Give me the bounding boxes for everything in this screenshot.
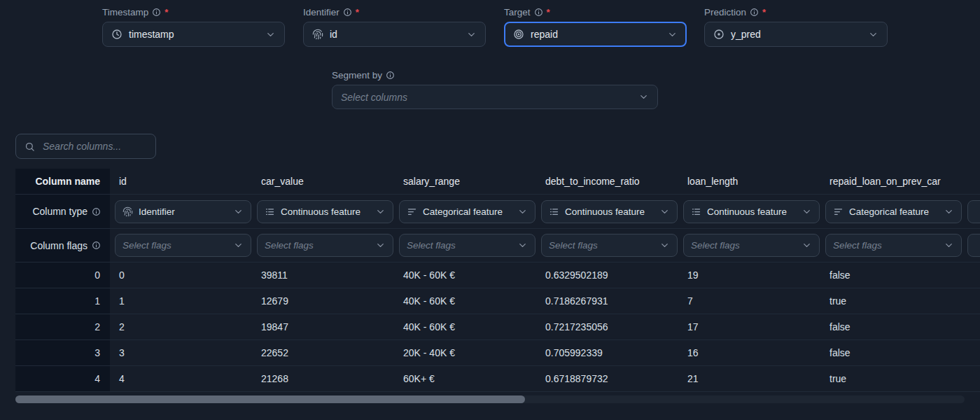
horizontal-scrollbar-thumb[interactable]	[15, 396, 525, 403]
identifier-select-value: id	[330, 29, 337, 40]
field-label: Target *	[504, 6, 687, 18]
column-header: repaid_loan_on_prev_car	[820, 169, 962, 195]
table-cell: false	[820, 340, 962, 366]
field-label: Prediction *	[704, 6, 888, 18]
info-icon[interactable]	[152, 8, 161, 17]
column-type-select[interactable]: Continuous feature	[257, 200, 393, 223]
prediction-icon	[713, 29, 724, 40]
field-label: Segment by	[332, 69, 658, 81]
column-flags-select[interactable]: Select flags	[541, 234, 678, 257]
column-type-select[interactable]: Identifier	[115, 200, 251, 223]
table-cell: 0.705992339	[536, 340, 678, 366]
field-label: Identifier *	[303, 6, 486, 18]
clock-icon	[111, 29, 122, 40]
table-cell: 16	[678, 340, 820, 366]
info-icon[interactable]	[343, 8, 352, 17]
table-cell: 40K - 60K €	[394, 262, 536, 288]
column-header: car_value	[252, 169, 394, 195]
table-cell: 0	[110, 262, 252, 288]
timestamp-select[interactable]: timestamp	[102, 22, 285, 47]
category-icon	[407, 206, 417, 217]
list-icon	[691, 206, 701, 217]
list-icon	[265, 206, 275, 217]
table-cell: 21268	[252, 366, 394, 392]
search-columns-box	[15, 134, 156, 159]
table-cell-partial	[962, 314, 980, 340]
prediction-select[interactable]: y_pred	[704, 22, 888, 47]
column-flags-select[interactable]: Select flags	[683, 234, 820, 257]
row-index: 0	[15, 262, 110, 288]
table-cell: true	[820, 366, 962, 392]
column-type-select[interactable]: Categorical feature	[825, 200, 962, 223]
mapping-field-timestamp: Timestamp * timestamp	[102, 6, 285, 47]
info-icon[interactable]	[92, 207, 101, 216]
table-cell: 40K - 60K €	[394, 288, 536, 314]
table-cell-partial	[962, 288, 980, 314]
required-marker: *	[547, 7, 550, 18]
info-icon[interactable]	[750, 8, 759, 17]
column-flags-select[interactable]: Select flags	[257, 234, 393, 257]
column-type-select-partial[interactable]	[967, 200, 980, 223]
segment-by-field: Segment by Select columns	[332, 69, 658, 109]
column-flags-select[interactable]: Select flags	[825, 234, 962, 257]
chevron-down-icon	[517, 240, 528, 251]
info-icon[interactable]	[534, 8, 543, 17]
mapping-field-target: Target * repaid	[504, 6, 687, 47]
table-cell: true	[820, 288, 962, 314]
timestamp-select-value: timestamp	[129, 29, 174, 40]
segment-by-select[interactable]: Select columns	[332, 85, 658, 109]
info-icon[interactable]	[386, 71, 395, 80]
table-cell-partial	[962, 366, 980, 392]
column-header: loan_length	[678, 169, 820, 195]
table-cell-partial	[962, 262, 980, 288]
table-cell: 0.6329502189	[536, 262, 678, 288]
chevron-down-icon	[944, 240, 954, 251]
column-type-select[interactable]: Continuous feature	[683, 200, 820, 223]
fingerprint-icon	[312, 29, 323, 40]
target-select[interactable]: repaid	[504, 22, 687, 47]
column-flags-row-label: Column flags	[15, 229, 110, 262]
table-cell-partial	[962, 340, 980, 366]
mapping-field-prediction: Prediction * y_pred	[704, 6, 888, 47]
table-cell: false	[820, 314, 962, 340]
field-label-text: Target	[504, 7, 531, 18]
horizontal-scrollbar-track[interactable]	[15, 396, 965, 403]
chevron-down-icon	[375, 240, 386, 251]
table-cell: 4	[110, 366, 252, 392]
table-cell: 0.6718879732	[536, 366, 678, 392]
required-marker: *	[762, 7, 766, 18]
field-label-text: Identifier	[303, 7, 340, 18]
table-cell: 0.7217235056	[536, 314, 678, 340]
table-cell: false	[820, 262, 962, 288]
table-cell: 17	[678, 314, 820, 340]
column-flags-select[interactable]: Select flags	[115, 234, 251, 257]
segment-by-placeholder: Select columns	[341, 92, 407, 103]
table-cell: 21	[678, 366, 820, 392]
field-label-text: Segment by	[332, 70, 382, 80]
search-input[interactable]	[41, 140, 147, 153]
table-cell: 19847	[252, 314, 394, 340]
chevron-down-icon	[944, 206, 954, 217]
column-type-select[interactable]: Continuous feature	[541, 200, 678, 223]
row-index: 4	[15, 366, 110, 392]
chevron-down-icon	[375, 206, 386, 217]
identifier-select[interactable]: id	[303, 22, 486, 47]
chevron-down-icon	[233, 206, 244, 217]
table-cell: 7	[678, 288, 820, 314]
column-type-row-label: Column type	[15, 195, 110, 229]
table-cell: 3	[110, 340, 252, 366]
corner-header: Column name	[15, 169, 110, 195]
chevron-down-icon	[517, 206, 528, 217]
column-flags-select-partial[interactable]	[967, 234, 980, 257]
required-marker: *	[356, 7, 359, 18]
column-header: id	[110, 169, 252, 195]
mapping-field-identifier: Identifier * id	[303, 6, 486, 47]
chevron-down-icon	[802, 240, 812, 251]
table-cell: 39811	[252, 262, 394, 288]
info-icon[interactable]	[92, 241, 101, 250]
row-index: 2	[15, 314, 110, 340]
column-flags-select[interactable]: Select flags	[399, 234, 536, 257]
table-cell: 20K - 40K €	[394, 340, 536, 366]
chevron-down-icon	[802, 206, 812, 217]
column-type-select[interactable]: Categorical feature	[399, 200, 536, 223]
